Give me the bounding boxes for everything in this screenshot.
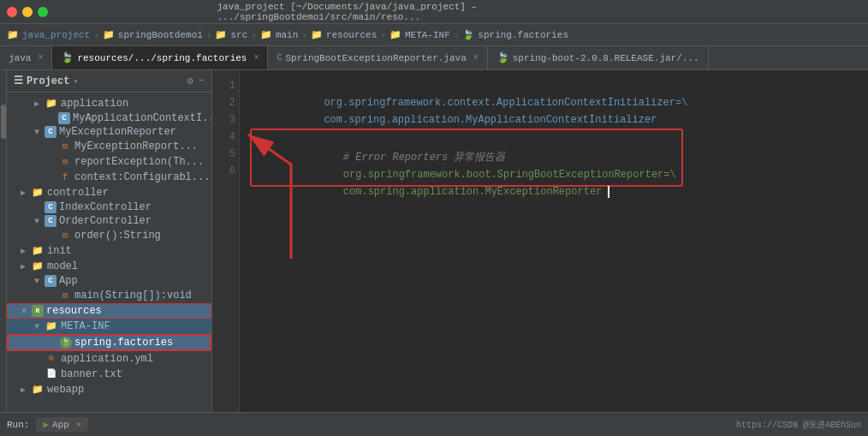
folder-icon: 📁 xyxy=(31,260,45,273)
breadcrumb-main-icon: 📁 xyxy=(260,29,272,40)
sidebar-header: ☰ Project ▾ ⚙ – xyxy=(7,70,211,93)
left-scrollbar xyxy=(0,70,7,412)
run-label: Run: xyxy=(7,420,29,430)
tab-java-close[interactable]: × xyxy=(38,53,43,63)
breadcrumb: 📁 java_project › 📁 springBootdemo1 › 📁 s… xyxy=(0,24,868,46)
run-tab[interactable]: ▶ App × xyxy=(36,417,88,432)
tree-label: application xyxy=(61,98,128,110)
tree-item-controller[interactable]: ▶ 📁 controller xyxy=(7,185,211,200)
breadcrumb-resources[interactable]: resources xyxy=(326,30,377,40)
maximize-button[interactable] xyxy=(38,7,48,17)
tree-item-webapp[interactable]: ▶ 📁 webapp xyxy=(7,382,211,397)
tree-label: resources xyxy=(46,305,102,317)
tree-label: model xyxy=(47,260,78,272)
tree-label: MyApplicationContextI... xyxy=(73,112,211,124)
scrollbar-thumb[interactable] xyxy=(1,105,6,139)
tree-item-myappcontext[interactable]: C MyApplicationContextI... xyxy=(7,111,211,125)
tree-label: spring.factories xyxy=(74,337,173,349)
sidebar-settings-icon[interactable]: ⚙ xyxy=(187,75,193,87)
breadcrumb-module-icon: 📁 xyxy=(103,29,115,40)
breadcrumb-project-label[interactable]: java_project xyxy=(22,30,90,40)
tree-label: META-INF xyxy=(61,320,110,332)
tree-item-context[interactable]: f context:Configurabl... xyxy=(7,170,211,185)
tree-label: OrderController xyxy=(59,215,152,227)
project-sidebar: ☰ Project ▾ ⚙ – ▶ 📁 application xyxy=(7,70,212,412)
tree-item-indexcontroller[interactable]: C IndexController xyxy=(7,200,211,214)
window-title: java_project [~/Documents/java/java_proj… xyxy=(217,2,651,22)
tree-label: context:Configurabl... xyxy=(74,171,210,183)
tree-item-init[interactable]: ▶ 📁 init xyxy=(7,243,211,259)
tree-label: application.yml xyxy=(61,353,153,365)
breadcrumb-module[interactable]: springBootdemo1 xyxy=(118,30,203,40)
java-class-icon: C xyxy=(45,201,56,213)
breadcrumb-metainf[interactable]: META-INF xyxy=(405,30,450,40)
tree-item-app[interactable]: ▼ C App xyxy=(7,274,211,288)
traffic-lights xyxy=(7,7,48,17)
tree-label: order():String xyxy=(74,230,161,242)
sidebar-header-dropdown[interactable]: ▾ xyxy=(73,76,78,87)
breadcrumb-sep5: › xyxy=(380,30,386,40)
breadcrumb-src[interactable]: src xyxy=(230,30,247,40)
folder-icon: 📁 xyxy=(45,320,58,333)
close-button[interactable] xyxy=(7,7,17,17)
tree-label: banner.txt xyxy=(61,368,122,380)
tree-item-method1[interactable]: m MyExceptionReport... xyxy=(7,139,211,154)
tree-item-metainf[interactable]: ▼ 📁 META-INF xyxy=(7,319,211,334)
tree-item-myexception[interactable]: ▼ C MyExceptionReporter xyxy=(7,125,211,139)
tree-item-spring-factories[interactable]: 🍃 spring.factories xyxy=(7,334,211,351)
watermark: https://CSDN @张进ABEhSun xyxy=(736,419,861,431)
spring-icon: 🍃 xyxy=(60,337,72,349)
breadcrumb-spring-factories[interactable]: spring.factories xyxy=(478,30,568,40)
tab-sf-icon: 🍃 xyxy=(61,51,74,64)
tree-label: MyExceptionReporter xyxy=(59,126,176,138)
titlebar: java_project [~/Documents/java/java_proj… xyxy=(0,0,868,24)
tree-label: IndexController xyxy=(59,201,152,213)
sidebar-header-label: Project xyxy=(27,75,69,87)
run-tab-label: App xyxy=(52,420,69,430)
highlighted-code-block: # Error Reporters 异常报告器 org.springframew… xyxy=(250,128,683,187)
tab-spring-factories[interactable]: 🍃 resources/.../spring.factories × xyxy=(52,46,268,69)
method-icon: m xyxy=(58,289,72,302)
run-tab-icon: ▶ xyxy=(43,419,49,430)
tree-item-appyml[interactable]: ⚙ application.yml xyxy=(7,351,211,367)
method-icon: m xyxy=(58,155,72,169)
tab-er-close[interactable]: × xyxy=(473,53,479,63)
code-editor: 1 2 3 4 5 6 org.springframework.context.… xyxy=(212,70,868,412)
folder-icon: 📁 xyxy=(31,383,45,397)
tab-java[interactable]: java × xyxy=(0,46,52,69)
run-tab-close[interactable]: × xyxy=(76,420,82,430)
tab-jar-icon: 🍃 xyxy=(496,51,509,64)
tree-item-reportex[interactable]: m reportException(Th... xyxy=(7,154,211,170)
breadcrumb-spring-icon: 🍃 xyxy=(462,29,474,40)
tab-sf-close[interactable]: × xyxy=(253,53,259,63)
text-cursor xyxy=(602,186,609,198)
breadcrumb-project[interactable]: 📁 xyxy=(7,29,19,40)
code-line-1: org.springframework.context.ApplicationC… xyxy=(250,77,858,94)
sidebar-header-icon: ☰ xyxy=(14,75,23,87)
folder-icon: 📁 xyxy=(45,97,58,110)
sidebar-minimize-icon[interactable]: – xyxy=(199,75,205,87)
breadcrumb-src-icon: 📁 xyxy=(215,29,227,40)
breadcrumb-main[interactable]: main xyxy=(276,30,298,40)
tab-sf-label: resources/.../spring.factories xyxy=(77,53,247,63)
tree-label: controller xyxy=(47,187,109,199)
code-line-4: # Error Reporters 异常报告器 xyxy=(257,132,676,149)
code-content[interactable]: org.springframework.context.ApplicationC… xyxy=(240,70,868,412)
txt-icon: 📄 xyxy=(45,367,58,381)
tree-item-main-method[interactable]: m main(String[]):void xyxy=(7,288,211,303)
tree-item-banner[interactable]: 📄 banner.txt xyxy=(7,367,211,382)
tree-item-resources[interactable]: ▼ R resources xyxy=(7,303,211,319)
tree-item-model[interactable]: ▶ 📁 model xyxy=(7,259,211,274)
tree-label: webapp xyxy=(47,384,84,396)
minimize-button[interactable] xyxy=(22,7,33,17)
folder-icon: 📁 xyxy=(31,244,45,258)
method-icon: m xyxy=(58,229,72,242)
field-icon: f xyxy=(58,170,72,184)
tree-item-application[interactable]: ▶ 📁 application xyxy=(7,96,211,111)
tree-label: reportException(Th... xyxy=(74,156,204,168)
tab-spring-boot-jar[interactable]: 🍃 spring-boot-2.0.8.RELEASE.jar/... xyxy=(488,46,709,69)
bottom-bar: Run: ▶ App × https://CSDN @张进ABEhSun xyxy=(0,412,868,436)
tab-exception-reporter[interactable]: C SpringBootExceptionReporter.java × xyxy=(268,46,487,69)
tree-item-order-method[interactable]: m order():String xyxy=(7,228,211,243)
tree-item-ordercontroller[interactable]: ▼ C OrderController xyxy=(7,214,211,228)
